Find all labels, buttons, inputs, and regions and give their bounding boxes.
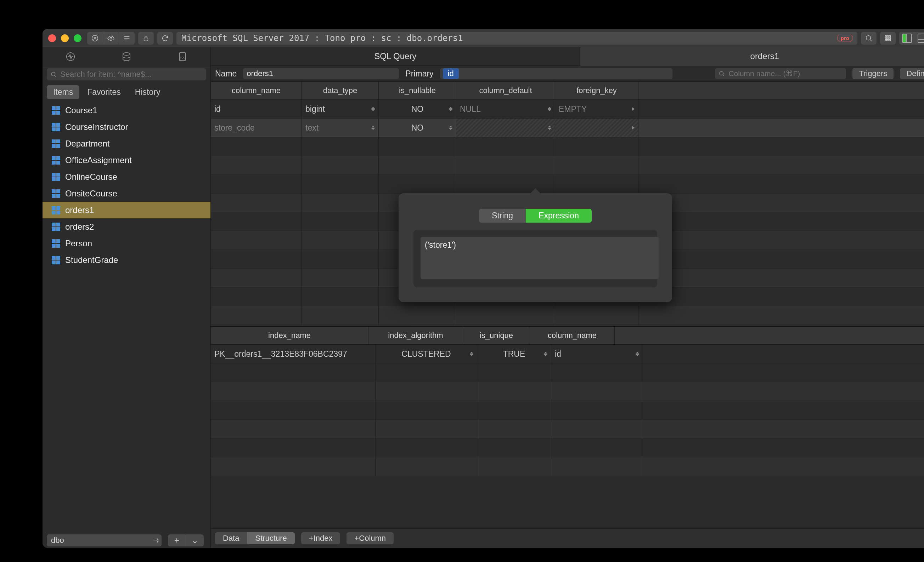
primary-key-box[interactable]: id — [440, 68, 672, 79]
disconnect-button[interactable] — [87, 32, 103, 45]
bottom-panel-toggle[interactable] — [916, 34, 924, 42]
close-window-button[interactable] — [48, 34, 56, 42]
visibility-button[interactable] — [103, 32, 119, 45]
database-icon[interactable] — [121, 51, 132, 62]
idx-header-alg[interactable]: index_algorithm — [369, 327, 463, 344]
connection-address[interactable]: Microsoft SQL Server 2017 : Tono pro : s… — [177, 32, 857, 45]
search-button[interactable] — [861, 32, 876, 45]
sidebar-item-department[interactable]: Department — [42, 135, 210, 152]
main-tabs: SQL Query orders1 — [211, 47, 924, 66]
svg-rect-10 — [885, 39, 887, 41]
sidebar-item-courseinstructor[interactable]: CourseInstructor — [42, 118, 210, 135]
sidebar: SQL Items Favorites History Course1 Cour… — [42, 47, 211, 548]
sidebar-item-person[interactable]: Person — [42, 235, 210, 252]
add-item-button[interactable]: + — [168, 534, 186, 546]
idx-header-col[interactable]: column_name — [530, 327, 615, 344]
sidebar-item-orders2[interactable]: orders2 — [42, 218, 210, 235]
column-row-id[interactable]: id bigint NO NULL EMPTY — [211, 100, 924, 118]
more-item-button[interactable]: ⌄ — [186, 534, 204, 546]
column-row-store-code[interactable]: store_code text NO — [211, 118, 924, 137]
window-controls — [48, 34, 81, 42]
sidebar-search-input[interactable] — [60, 69, 202, 79]
sidebar-item-orders1[interactable]: orders1 — [42, 202, 210, 218]
sidebar-tab-favorites[interactable]: Favorites — [81, 85, 127, 99]
table-icon — [52, 239, 60, 248]
col-header-default[interactable]: column_default — [456, 82, 555, 99]
col-header-name[interactable]: column_name — [211, 82, 302, 99]
arrow-right-icon — [632, 126, 634, 130]
definition-button[interactable]: Definition — [900, 68, 924, 79]
minimize-window-button[interactable] — [61, 34, 69, 42]
sidebar-item-onsitecourse[interactable]: OnsiteCourse — [42, 185, 210, 202]
panel-lines-button[interactable] — [119, 32, 135, 45]
sidebar-item-onlinecourse[interactable]: OnlineCourse — [42, 169, 210, 185]
column-search-input[interactable] — [728, 69, 843, 78]
stepper-icon — [636, 349, 640, 359]
sidebar-tab-items[interactable]: Items — [47, 85, 80, 99]
search-icon — [50, 71, 57, 78]
left-panel-toggle[interactable] — [901, 34, 914, 42]
address-text: Microsoft SQL Server 2017 : Tono pro : s… — [182, 33, 463, 43]
svg-point-18 — [720, 72, 723, 75]
svg-rect-6 — [889, 35, 891, 37]
table-icon — [52, 206, 60, 214]
expression-textarea[interactable] — [420, 237, 658, 279]
col-header-fk[interactable]: foreign_key — [555, 82, 639, 99]
table-name-input[interactable] — [243, 68, 399, 79]
sidebar-item-course1[interactable]: Course1 — [42, 102, 210, 118]
popover-segment: String Expression — [414, 209, 657, 223]
idx-header-name[interactable]: index_name — [211, 327, 369, 344]
panel-toggle-group — [899, 32, 924, 45]
col-header-type[interactable]: data_type — [302, 82, 379, 99]
col-header-nullable[interactable]: is_nullable — [379, 82, 456, 99]
svg-point-3 — [866, 35, 871, 40]
stepper-icon — [449, 123, 454, 132]
svg-rect-11 — [887, 39, 889, 41]
columns-header: column_name data_type is_nullable column… — [211, 82, 924, 100]
seg-structure[interactable]: Structure — [247, 532, 294, 544]
sidebar-footer-buttons: + ⌄ — [168, 534, 204, 546]
add-column-button[interactable]: + Column — [346, 532, 394, 544]
primary-token: id — [443, 68, 459, 79]
stepper-icon — [470, 349, 475, 359]
table-icon — [52, 189, 60, 198]
svg-text:SQL: SQL — [180, 56, 185, 59]
name-label: Name — [215, 69, 237, 79]
schema-select[interactable]: dbo▴▾ — [47, 534, 162, 546]
stepper-icon — [371, 105, 376, 114]
sidebar-search-box[interactable] — [47, 68, 206, 80]
toolbar-group-1 — [87, 32, 135, 45]
sidebar-item-officeassignment[interactable]: OfficeAssignment — [42, 152, 210, 169]
idx-header-unique[interactable]: is_unique — [463, 327, 530, 344]
table-icon — [52, 223, 60, 231]
table-icon — [52, 156, 60, 164]
activity-icon[interactable] — [65, 51, 76, 62]
arrow-right-icon — [632, 107, 634, 111]
reload-button[interactable] — [157, 32, 173, 45]
stepper-icon — [449, 105, 454, 114]
main-tab-orders1[interactable]: orders1 — [580, 47, 924, 66]
triggers-button[interactable]: Triggers — [852, 68, 894, 79]
svg-rect-9 — [889, 37, 891, 39]
popover-tab-expression[interactable]: Expression — [526, 209, 592, 223]
updown-icon: ▴▾ — [157, 538, 159, 543]
lock-button[interactable] — [138, 32, 154, 45]
sidebar-item-studentgrade[interactable]: StudentGrade — [42, 252, 210, 268]
stepper-icon — [371, 123, 376, 132]
main-tab-sql-query[interactable]: SQL Query — [211, 47, 580, 66]
zoom-window-button[interactable] — [74, 34, 81, 42]
stepper-icon — [548, 105, 553, 114]
default-value-popover: String Expression — [399, 193, 672, 302]
svg-point-14 — [123, 52, 130, 55]
popover-tab-string[interactable]: String — [479, 209, 526, 223]
sidebar-tab-history[interactable]: History — [129, 85, 167, 99]
sidebar-search — [47, 68, 206, 80]
seg-data[interactable]: Data — [215, 532, 247, 544]
add-index-button[interactable]: + Index — [301, 532, 340, 544]
apps-grid-button[interactable] — [880, 32, 896, 45]
data-structure-segment: Data Structure — [215, 532, 295, 544]
index-row[interactable]: PK__orders1__3213E83F06BC2397 CLUSTERED … — [211, 345, 924, 363]
column-search-box[interactable] — [715, 68, 846, 79]
sql-file-icon[interactable]: SQL — [177, 51, 188, 62]
app-window: Microsoft SQL Server 2017 : Tono pro : s… — [42, 29, 924, 548]
